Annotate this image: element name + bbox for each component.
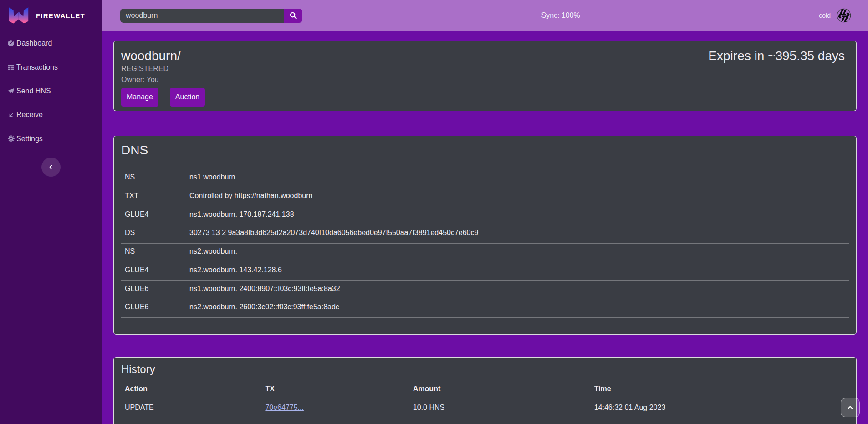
sidebar-item-label: Settings: [16, 135, 43, 143]
sidebar: FIREWALLET Dashboard: [0, 0, 102, 424]
sidebar-collapse-button[interactable]: [41, 158, 61, 177]
history-row: UPDATE 70e64775... 10.0 HNS 14:46:32 01 …: [121, 398, 849, 417]
hns-logo-icon[interactable]: [837, 8, 851, 23]
scroll-top-button[interactable]: [841, 398, 860, 417]
wallet-group: cold: [819, 8, 851, 23]
domain-status: REGISTERED: [121, 63, 849, 74]
history-amount: 10.0 HNS: [409, 398, 591, 417]
dns-record-type: TXT: [121, 188, 186, 206]
main-column: Sync: 100% cold: [102, 0, 868, 424]
sidebar-item-send[interactable]: Send HNS: [0, 79, 102, 103]
search-input[interactable]: [120, 9, 284, 23]
topbar: Sync: 100% cold: [102, 0, 868, 31]
settings-icon: [7, 135, 15, 143]
dns-record-type: DS: [121, 225, 186, 244]
history-table: Action TX Amount Time UPDATE 70e64775...…: [121, 379, 849, 424]
receive-icon: [7, 111, 15, 118]
search-button[interactable]: [284, 9, 302, 23]
history-col-amount: Amount: [409, 379, 591, 398]
history-header-row: Action TX Amount Time: [121, 379, 849, 398]
brand-name: FIREWALLET: [36, 12, 85, 20]
history-col-time: Time: [591, 379, 849, 398]
send-icon: [7, 87, 15, 95]
dns-record-type: GLUE4: [121, 206, 186, 225]
dns-record-row: TXT Controlled by https://nathan.woodbur…: [121, 188, 849, 206]
search-icon: [289, 11, 297, 20]
history-time: 14:46:32 01 Aug 2023: [591, 398, 849, 417]
dns-record-row: DS 30273 13 2 9a3a8fb3d625d2a2073d740f10…: [121, 225, 849, 244]
chevron-up-icon: [846, 404, 854, 412]
sidebar-item-label: Receive: [16, 111, 43, 119]
tx-link[interactable]: a72fe4c0...: [265, 423, 301, 424]
history-col-action: Action: [121, 379, 261, 398]
sidebar-item-settings[interactable]: Settings: [0, 127, 102, 151]
sidebar-item-receive[interactable]: Receive: [0, 103, 102, 127]
history-action: RENEW: [121, 417, 261, 424]
dns-title: DNS: [121, 143, 849, 158]
dns-card: DNS NS ns1.woodburn. TXT Controlled by h…: [113, 136, 857, 335]
dns-record-type: NS: [121, 243, 186, 262]
dns-record-value: 30273 13 2 9a3a8fb3d625d2a2073d740f10da6…: [186, 225, 849, 244]
history-card: History Action TX Amount Time UPDATE: [113, 357, 857, 424]
dns-record-value: ns1.woodburn. 170.187.241.138: [186, 206, 849, 225]
history-amount: 10.0 HNS: [409, 417, 591, 424]
dns-record-type: NS: [121, 169, 186, 188]
dns-record-value: ns1.woodburn. 2400:8907::f03c:93ff:fe5a:…: [186, 281, 849, 299]
sidebar-item-dashboard[interactable]: Dashboard: [0, 31, 102, 55]
manage-button[interactable]: Manage: [121, 88, 158, 107]
dns-record-row: NS ns2.woodburn.: [121, 243, 849, 262]
dns-record-row: GLUE6 ns2.woodburn. 2600:3c02::f03c:93ff…: [121, 299, 849, 317]
dns-record-row: GLUE6 ns1.woodburn. 2400:8907::f03c:93ff…: [121, 281, 849, 299]
dns-record-type: GLUE6: [121, 299, 186, 317]
history-row: RENEW a72fe4c0... 10.0 HNS 15:47:36 27 J…: [121, 417, 849, 424]
domain-owner: Owner: You: [121, 74, 849, 85]
sidebar-item-transactions[interactable]: Transactions: [0, 55, 102, 79]
chevron-left-icon: [47, 163, 55, 171]
sidebar-item-label: Send HNS: [16, 87, 51, 95]
dns-record-row: GLUE4 ns2.woodburn. 143.42.128.6: [121, 262, 849, 281]
auction-button[interactable]: Auction: [170, 88, 205, 107]
history-col-tx: TX: [261, 379, 409, 398]
dns-record-value: ns2.woodburn. 143.42.128.6: [186, 262, 849, 281]
sidebar-nav: Dashboard Transactions: [0, 31, 102, 151]
domain-buttons: Manage Auction: [121, 88, 849, 107]
domain-card: woodburn/ REGISTERED Owner: You Manage A…: [113, 41, 857, 111]
dns-record-value: ns1.woodburn.: [186, 169, 849, 188]
history-time: 15:47:36 27 Jul 2023: [591, 417, 849, 424]
sync-status: Sync: 100%: [302, 11, 819, 20]
history-action: UPDATE: [121, 398, 261, 417]
content: woodburn/ REGISTERED Owner: You Manage A…: [102, 31, 868, 424]
dns-record-value: ns2.woodburn.: [186, 243, 849, 262]
dns-record-type: GLUE4: [121, 262, 186, 281]
domain-expires: Expires in ~395.35 days: [708, 48, 845, 64]
history-title: History: [121, 363, 849, 376]
dns-record-row: NS ns1.woodburn.: [121, 169, 849, 188]
search-group: [120, 9, 302, 23]
dns-record-type: GLUE6: [121, 281, 186, 299]
sidebar-item-label: Dashboard: [16, 39, 52, 47]
dns-record-row: GLUE4 ns1.woodburn. 170.187.241.138: [121, 206, 849, 225]
dashboard-icon: [7, 40, 15, 47]
dns-record-value: ns2.woodburn. 2600:3c02::f03c:93ff:fe5a:…: [186, 299, 849, 317]
tx-link[interactable]: 70e64775...: [265, 404, 304, 411]
dns-record-value: Controlled by https://nathan.woodburn: [186, 188, 849, 206]
app-root: FIREWALLET Dashboard: [0, 0, 868, 424]
brand: FIREWALLET: [0, 0, 102, 31]
firewallet-logo-icon: [9, 7, 29, 24]
wallet-name: cold: [819, 12, 831, 19]
sidebar-item-label: Transactions: [16, 63, 58, 72]
dns-table: NS ns1.woodburn. TXT Controlled by https…: [121, 169, 849, 318]
transactions-icon: [7, 64, 15, 71]
